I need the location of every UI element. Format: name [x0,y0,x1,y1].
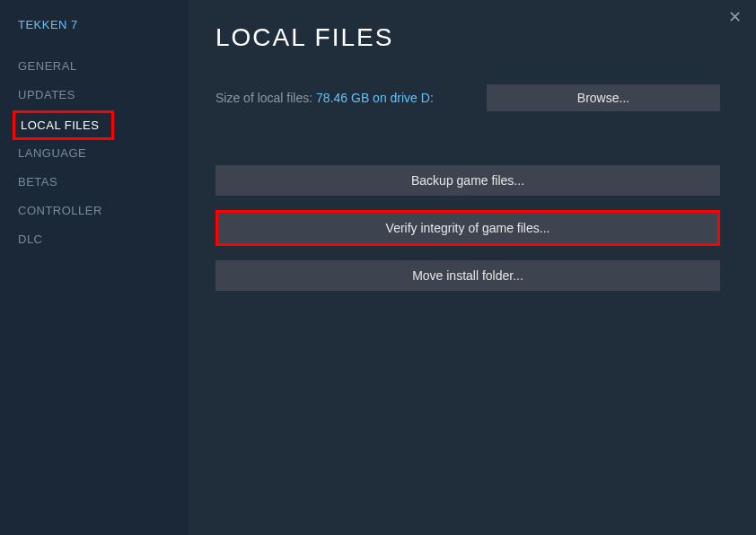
sidebar-item-general[interactable]: GENERAL [0,53,189,79]
game-title: TEKKEN 7 [0,18,189,53]
sidebar-highlight: LOCAL FILES [13,110,114,140]
sidebar-item-dlc[interactable]: DLC [0,226,189,252]
sidebar-item-language[interactable]: LANGUAGE [0,140,189,166]
verify-highlight: Verify integrity of game files... [215,210,720,246]
close-icon[interactable]: ✕ [728,9,742,25]
sidebar-item-betas[interactable]: BETAS [0,169,189,195]
sidebar: TEKKEN 7 GENERAL UPDATES LOCAL FILES LAN… [0,0,189,535]
page-title: LOCAL FILES [215,23,720,52]
verify-button[interactable]: Verify integrity of game files... [218,213,717,243]
size-text: Size of local files: 78.46 GB on drive D… [215,91,434,105]
main-panel: ✕ LOCAL FILES Size of local files: 78.46… [189,0,756,535]
backup-button[interactable]: Backup game files... [215,165,720,196]
sidebar-item-updates[interactable]: UPDATES [0,82,189,108]
size-label: Size of local files: [215,91,316,105]
sidebar-item-controller[interactable]: CONTROLLER [0,197,189,224]
sidebar-item-local-files[interactable]: LOCAL FILES [21,118,99,132]
browse-button[interactable]: Browse... [487,84,720,111]
size-row: Size of local files: 78.46 GB on drive D… [215,84,720,111]
size-value: 78.46 GB on drive D: [316,91,434,105]
move-button[interactable]: Move install folder... [215,260,720,291]
